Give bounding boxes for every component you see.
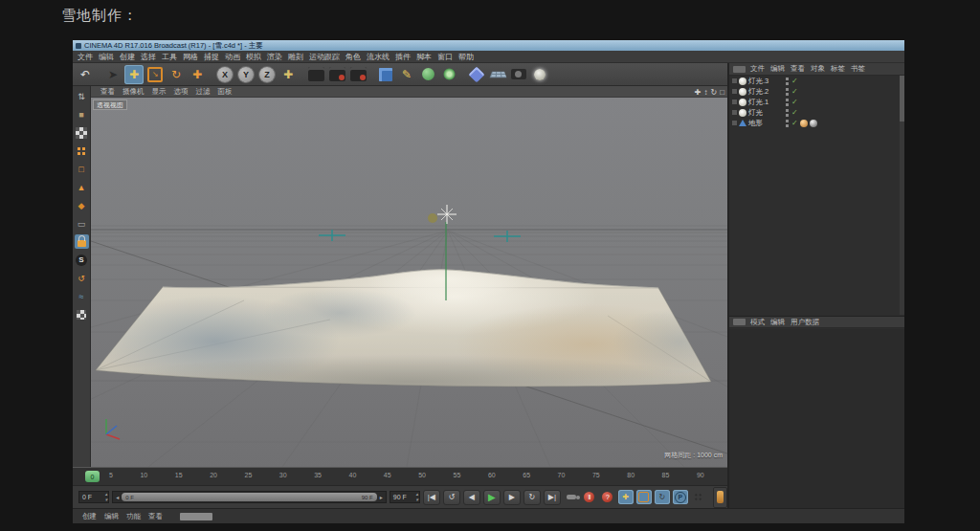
menu-item[interactable]: 创建 — [117, 52, 138, 62]
x-axis-lock-button[interactable]: X — [215, 65, 234, 84]
menu-item[interactable]: 插件 — [392, 52, 413, 62]
keyframe-selection-icon[interactable]: ? — [600, 490, 615, 504]
live-selection-icon[interactable]: ➤ — [103, 65, 122, 84]
menu-item[interactable]: 模拟 — [243, 52, 264, 62]
object-name[interactable]: 灯光.3 — [748, 77, 783, 86]
object-manager-menu-item[interactable]: 书签 — [848, 64, 868, 74]
visibility-dots-icon[interactable] — [785, 108, 790, 117]
menu-item[interactable]: 捕捉 — [201, 52, 222, 62]
object-name[interactable]: 灯光.2 — [748, 87, 783, 97]
menu-item[interactable]: 动画 — [222, 52, 243, 62]
camera-icon[interactable] — [509, 65, 528, 84]
enable-check-icon[interactable]: ✓ — [791, 108, 798, 117]
viewport-menu-item[interactable]: 过滤 — [192, 87, 214, 97]
viewport-menu-item[interactable]: 面板 — [214, 87, 236, 97]
next-frame-button[interactable]: ▶ — [503, 490, 521, 505]
goto-end-button[interactable]: ▶| — [544, 490, 561, 505]
autokey-icon[interactable]: ‖ — [582, 490, 597, 504]
orbit-view-icon[interactable]: ↻ — [710, 88, 717, 97]
material-menu-item[interactable]: 编辑 — [100, 512, 122, 521]
move-tool-icon[interactable]: ✚ — [124, 65, 144, 84]
object-row[interactable]: 灯光.2 ✓ — [729, 86, 900, 97]
visibility-dots-icon[interactable] — [785, 98, 790, 106]
viewport-menu-item[interactable]: 查看 — [97, 87, 119, 97]
material-menu-item[interactable]: 创建 — [78, 512, 100, 521]
range-left-arrow-icon[interactable]: ◂ — [113, 494, 122, 500]
previous-frame-button[interactable]: ◀ — [463, 490, 480, 505]
polygons-mode-icon[interactable]: ▲ — [75, 180, 89, 194]
3d-canvas[interactable] — [91, 98, 727, 467]
uv-mode-icon[interactable]: ◆ — [75, 198, 89, 212]
scale-tool-icon[interactable]: ↘ — [145, 65, 165, 84]
visibility-dots-icon[interactable] — [785, 119, 790, 127]
pan-view-icon[interactable]: ✚ — [695, 88, 702, 97]
edges-mode-icon[interactable]: □ — [75, 162, 89, 176]
viewport-menu-item[interactable]: 摄像机 — [119, 87, 148, 97]
object-manager-menu-item[interactable]: 文件 — [747, 64, 768, 74]
object-row[interactable]: 灯光 ✓ — [729, 107, 900, 118]
pla-record-toggle[interactable] — [691, 490, 706, 504]
timeline-ruler[interactable]: 0 51015202530354045505560657075808590 — [73, 467, 727, 485]
lock-axis-icon[interactable] — [75, 234, 89, 249]
environment-icon[interactable] — [467, 65, 486, 84]
material-menu-item[interactable]: 查看 — [145, 512, 167, 521]
enable-check-icon[interactable]: ✓ — [791, 119, 798, 127]
object-manager-menu-item[interactable]: 编辑 — [768, 64, 788, 74]
material-strip-field[interactable] — [180, 513, 212, 520]
menu-item[interactable]: 运动跟踪 — [306, 52, 343, 62]
add-primitive-cube-icon[interactable] — [376, 65, 395, 84]
snap-icon[interactable]: S — [75, 253, 89, 267]
menu-item[interactable]: 编辑 — [96, 52, 117, 62]
viewport-menu-item[interactable]: 显示 — [148, 87, 170, 97]
visibility-dots-icon[interactable] — [785, 77, 790, 85]
undo-icon[interactable]: ↶ — [76, 65, 95, 84]
current-frame-marker[interactable]: 0 — [85, 471, 100, 482]
zoom-view-icon[interactable]: ↕ — [703, 88, 707, 97]
menu-item[interactable]: 文件 — [75, 52, 96, 62]
solo-mode-icon[interactable] — [713, 487, 727, 508]
workplane-mode-icon[interactable]: ▭ — [75, 216, 89, 231]
model-mode-icon[interactable]: ■ — [75, 107, 89, 122]
coordinate-system-icon[interactable]: ✚ — [278, 65, 298, 84]
rotation-record-toggle[interactable]: ↻ — [655, 490, 670, 504]
visibility-dots-icon[interactable] — [785, 87, 790, 96]
menu-item[interactable]: 网格 — [180, 52, 201, 62]
menu-item[interactable]: 渲染 — [264, 52, 285, 62]
menu-item[interactable]: 帮助 — [456, 52, 477, 62]
loop-button[interactable]: ↻ — [523, 490, 541, 505]
menu-item[interactable]: 脚本 — [413, 52, 434, 62]
object-manager-menu-item[interactable]: 对象 — [808, 64, 828, 74]
object-manager-scrollbar[interactable] — [900, 76, 904, 315]
frame-range-slider[interactable]: ◂ 0 F 90 F ▸ — [112, 491, 387, 503]
y-axis-lock-button[interactable]: Y — [236, 65, 256, 84]
object-row[interactable]: 地形 ✓ — [729, 118, 900, 128]
phong-tag-icon[interactable] — [800, 120, 808, 127]
object-manager-menu-item[interactable]: 标签 — [828, 64, 848, 74]
object-name[interactable]: 灯光.1 — [748, 98, 783, 107]
object-name[interactable]: 地形 — [748, 119, 783, 128]
position-record-toggle[interactable]: ✚ — [618, 490, 634, 504]
menu-item[interactable]: 选择 — [138, 52, 159, 62]
play-backward-button[interactable]: ↺ — [443, 490, 460, 505]
record-keyframe-icon[interactable] — [564, 490, 579, 504]
spline-pen-icon[interactable]: ✎ — [397, 65, 416, 84]
material-menu-item[interactable]: 功能 — [122, 512, 145, 521]
menu-item[interactable]: 流水线 — [364, 52, 392, 62]
deformer-icon[interactable] — [439, 65, 458, 84]
attribute-manager-menu-item[interactable]: 编辑 — [768, 318, 788, 327]
menu-item[interactable]: 工具 — [159, 52, 180, 62]
end-frame-field[interactable]: 90 F ▴▾ — [390, 491, 420, 503]
subdivision-surface-icon[interactable] — [418, 65, 437, 84]
menu-item[interactable]: 窗口 — [434, 52, 456, 62]
enable-check-icon[interactable]: ✓ — [791, 77, 798, 85]
range-bar[interactable]: 0 F 90 F — [122, 493, 377, 501]
rotate-tool-icon[interactable]: ↻ — [167, 65, 186, 84]
attribute-manager-menu-item[interactable]: 用户数据 — [788, 318, 822, 327]
object-manager-menu-item[interactable]: 查看 — [788, 64, 808, 74]
light-handle[interactable] — [428, 213, 437, 223]
points-mode-icon[interactable] — [75, 144, 89, 158]
goto-start-button[interactable]: |◀ — [423, 490, 440, 505]
make-editable-icon[interactable]: ⇅ — [75, 89, 89, 103]
attribute-manager-menu-item[interactable]: 模式 — [747, 318, 768, 327]
object-row[interactable]: 灯光.1 ✓ — [729, 97, 900, 107]
